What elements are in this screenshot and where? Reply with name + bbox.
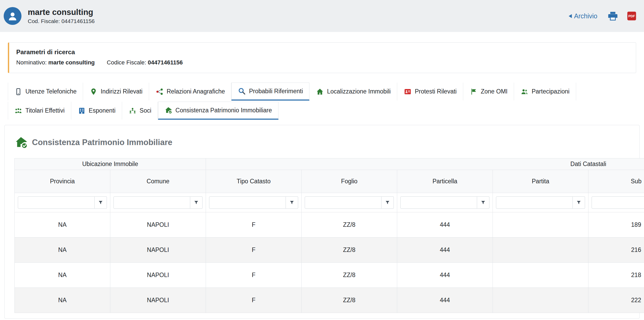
archive-label: Archivio — [574, 12, 597, 20]
nominativo-field: Nominativo: marte consulting — [16, 59, 95, 66]
cell-sub: 222 — [588, 288, 644, 313]
cell-particella: 444 — [397, 238, 493, 263]
cell-foglio: ZZ/8 — [302, 212, 397, 238]
filter-button-partita[interactable] — [573, 196, 585, 209]
filter-input-sub[interactable] — [592, 196, 644, 209]
page-title: marte consulting — [28, 8, 95, 17]
col-header-sub: Sub — [588, 170, 644, 193]
cell-tipo-catasto: F — [206, 212, 302, 238]
location-pin-icon — [90, 88, 97, 96]
tab-label: Esponenti — [89, 107, 116, 114]
search-params-panel: Parametri di ricerca Nominativo: marte c… — [8, 42, 636, 73]
protest-card-icon — [404, 88, 412, 96]
tab-bar-row2: Titolari Effettivi Esponenti Soci Consis… — [8, 102, 636, 120]
filter-input-particella[interactable] — [400, 196, 477, 209]
relations-icon — [156, 88, 163, 96]
tab-esponenti[interactable]: Esponenti — [71, 102, 122, 120]
filter-row — [15, 193, 644, 212]
tab-label: Probabili Riferimenti — [249, 88, 303, 95]
tab-soci[interactable]: Soci — [122, 102, 158, 120]
table-row: NA NAPOLI F ZZ/8 444 222 Zona 8 Cat.A/10… — [15, 288, 644, 313]
print-button[interactable] — [607, 10, 618, 21]
flag-icon — [470, 88, 478, 96]
tab-zone-omi[interactable]: Zone OMI — [463, 82, 514, 101]
cell-provincia: NA — [15, 288, 110, 313]
filter-button-foglio[interactable] — [381, 196, 394, 209]
cell-particella: 444 — [397, 263, 493, 288]
owners-icon — [14, 107, 22, 115]
section-header: Consistenza Patrimonio Immobiliare — [14, 136, 630, 149]
tab-bar-row1: Utenze Telefoniche Indirizzi Rilevati Re… — [8, 82, 636, 101]
table-row: NA NAPOLI F ZZ/8 444 189 Zona 8 Cat.C/6 … — [15, 212, 644, 238]
tab-utenze-telefoniche[interactable]: Utenze Telefoniche — [8, 82, 83, 101]
tab-consistenza-patrimonio-immobiliare[interactable]: Consistenza Patrimonio Immobiliare — [158, 102, 279, 120]
tab-label: Localizzazione Immobili — [327, 88, 391, 95]
content-panel: Consistenza Patrimonio Immobiliare Ubica… — [4, 125, 640, 319]
codice-fiscale-field: Codice Fiscale: 04471461156 — [107, 59, 183, 66]
nominativo-value: marte consulting — [48, 59, 95, 66]
svg-text:PDF: PDF — [628, 14, 635, 18]
cell-partita — [493, 212, 588, 238]
fiscal-code-subtitle: Cod. Fiscale: 04471461156 — [28, 18, 95, 24]
cell-partita — [493, 238, 588, 263]
cell-provincia: NA — [15, 212, 110, 238]
filter-button-particella[interactable] — [477, 196, 489, 209]
tab-label: Utenze Telefoniche — [25, 88, 77, 95]
cell-sub: 189 — [588, 212, 644, 238]
cell-comune: NAPOLI — [110, 263, 206, 288]
codice-fiscale-label: Codice Fiscale: — [107, 59, 146, 66]
tab-relazioni-anagrafiche[interactable]: Relazioni Anagrafiche — [149, 82, 231, 101]
avatar — [4, 7, 21, 25]
cell-foglio: ZZ/8 — [302, 263, 397, 288]
filter-input-comune[interactable] — [113, 196, 190, 209]
tab-label: Soci — [140, 107, 151, 114]
person-icon — [7, 10, 19, 22]
archive-link[interactable]: Archivio — [567, 12, 599, 20]
building-people-icon — [78, 107, 86, 115]
cell-partita — [493, 263, 588, 288]
filter-icon — [194, 200, 199, 205]
tab-label: Partecipazioni — [532, 88, 569, 95]
cell-foglio: ZZ/8 — [302, 238, 397, 263]
cell-provincia: NA — [15, 238, 110, 263]
col-header-tipo-catasto: Tipo Catasto — [206, 170, 302, 193]
tab-probabili-riferimenti[interactable]: Probabili Riferimenti — [231, 82, 309, 101]
tab-titolari-effettivi[interactable]: Titolari Effettivi — [8, 102, 71, 120]
tab-label: Consistenza Patrimonio Immobiliare — [176, 107, 272, 114]
group-icon — [129, 107, 137, 115]
app-header: marte consulting Cod. Fiscale: 044714611… — [0, 0, 644, 32]
tab-label: Protesti Rilevati — [415, 88, 457, 95]
table-row: NA NAPOLI F ZZ/8 444 218 Zona 8 Cat.C/6 … — [15, 263, 644, 288]
cell-tipo-catasto: F — [206, 238, 302, 263]
filter-input-tipo-catasto[interactable] — [209, 196, 286, 209]
filter-input-partita[interactable] — [496, 196, 573, 209]
cell-comune: NAPOLI — [110, 212, 206, 238]
pdf-export-button[interactable]: PDF — [627, 11, 637, 21]
group-header-row: Ubicazione Immobile Dati Catastali Stima — [15, 158, 644, 170]
cell-comune: NAPOLI — [110, 238, 206, 263]
cell-tipo-catasto: F — [206, 263, 302, 288]
filter-icon — [385, 200, 390, 205]
tab-protesti-rilevati[interactable]: Protesti Rilevati — [397, 82, 463, 101]
tab-label: Indirizzi Rilevati — [101, 88, 143, 95]
filter-button-provincia[interactable] — [95, 196, 107, 209]
column-header-row: Provincia Comune Tipo Catasto Foglio Par… — [15, 170, 644, 193]
tab-localizzazione-immobili[interactable]: Localizzazione Immobili — [309, 82, 397, 101]
pdf-icon: PDF — [627, 11, 637, 21]
cell-sub: 218 — [588, 263, 644, 288]
cell-foglio: ZZ/8 — [302, 288, 397, 313]
cell-comune: NAPOLI — [110, 288, 206, 313]
filter-input-foglio[interactable] — [305, 196, 381, 209]
tab-indirizzi-rilevati[interactable]: Indirizzi Rilevati — [83, 82, 149, 101]
tab-partecipazioni[interactable]: Partecipazioni — [514, 82, 576, 101]
filter-input-provincia[interactable] — [18, 196, 95, 209]
filter-button-tipo-catasto[interactable] — [286, 196, 298, 209]
tab-label: Zone OMI — [481, 88, 507, 95]
section-title: Consistenza Patrimonio Immobiliare — [32, 138, 172, 147]
people-icon — [521, 88, 528, 96]
col-header-comune: Comune — [110, 170, 206, 193]
filter-button-comune[interactable] — [190, 196, 203, 209]
col-group-ubicazione-immobile: Ubicazione Immobile — [15, 158, 206, 170]
tab-label: Titolari Effettivi — [25, 107, 65, 114]
cell-particella: 444 — [397, 288, 493, 313]
